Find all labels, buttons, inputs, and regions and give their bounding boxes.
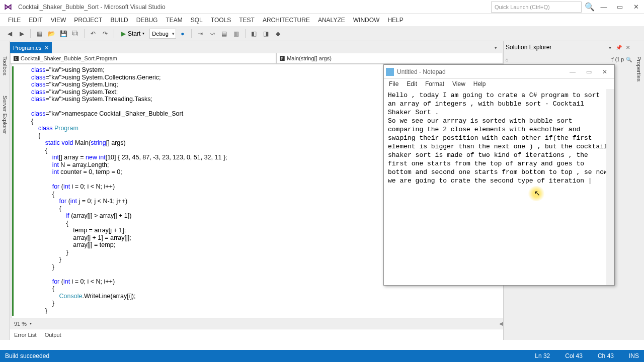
menu-build[interactable]: BUILD (106, 15, 132, 26)
notepad-icon (386, 68, 394, 76)
notepad-menu-view[interactable]: View (449, 80, 468, 87)
step-icon[interactable]: ⇥ (195, 28, 206, 39)
menu-view[interactable]: VIEW (47, 15, 70, 26)
window-title: Cocktail_Shaker_Bubble_Sort - Microsoft … (16, 4, 491, 11)
notepad-menu-format[interactable]: Format (422, 80, 447, 87)
pin-icon[interactable]: 📌 (615, 45, 623, 50)
menu-bar: FILEEDITVIEWPROJECTBUILDDEBUGTEAMSQLTOOL… (0, 14, 644, 26)
menu-architecture[interactable]: ARCHITECTURE (259, 15, 314, 26)
search-icon[interactable]: 🔍 (626, 57, 632, 62)
notepad-menu-file[interactable]: File (386, 80, 401, 87)
home-icon[interactable]: ⌂ (506, 57, 509, 62)
open-icon[interactable]: 📂 (46, 28, 57, 39)
menu-analyze[interactable]: ANALYZE (314, 15, 349, 26)
close-tab-icon[interactable]: ✕ (44, 45, 49, 51)
save-all-icon[interactable]: ⿻ (70, 28, 81, 39)
bottom-panel-tabs: Error List Output (10, 329, 503, 340)
menu-project[interactable]: PROJECT (70, 15, 106, 26)
member-navigator[interactable]: 🅼Main(string[] args) (276, 53, 503, 64)
minimize-button[interactable]: — (596, 0, 612, 14)
notepad-menu: FileEditFormatViewHelp (384, 79, 614, 89)
undo-icon[interactable]: ↶ (88, 28, 99, 39)
notepad-minimize[interactable]: — (565, 66, 580, 77)
menu-window[interactable]: WINDOW (349, 15, 384, 26)
bookmark-icon[interactable]: ◆ (273, 28, 284, 39)
menu-tools[interactable]: TOOLS (207, 15, 235, 26)
menu-sql[interactable]: SQL (187, 15, 207, 26)
status-message: Build succeeded (5, 352, 49, 359)
browser-icon[interactable]: ● (177, 28, 188, 39)
forward-icon[interactable]: ▶ (16, 28, 27, 39)
menu-help[interactable]: HELP (383, 15, 407, 26)
editor-footer: 91 %▾ ◀ (10, 318, 503, 329)
config-dropdown[interactable]: Debug (149, 29, 176, 39)
status-ins: INS (629, 352, 639, 359)
properties-tab[interactable]: Properties (636, 56, 642, 81)
type-navigator[interactable]: 🅲Cocktail_Shaker_Bubble_Sort.Program (10, 53, 276, 64)
menu-debug[interactable]: DEBUG (132, 15, 162, 26)
redo-icon[interactable]: ↷ (100, 28, 111, 39)
menu-file[interactable]: FILE (4, 15, 25, 26)
quick-launch-input[interactable]: Quick Launch (Ctrl+Q) (491, 2, 582, 13)
menu-test[interactable]: TEST (235, 15, 259, 26)
close-button[interactable]: ✕ (628, 0, 644, 14)
title-bar: ⋈ Cocktail_Shaker_Bubble_Sort - Microsof… (0, 0, 644, 14)
notepad-menu-edit[interactable]: Edit (404, 80, 420, 87)
zoom-level[interactable]: 91 % (14, 321, 27, 327)
maximize-button[interactable]: ▭ (612, 0, 628, 14)
uncomment-icon[interactable]: ◨ (261, 28, 272, 39)
indent-icon[interactable]: ▤ (219, 28, 230, 39)
status-line: Ln 32 (535, 352, 550, 359)
step-over-icon[interactable]: ⤻ (207, 28, 218, 39)
notepad-title: Untitled - Notepad (397, 68, 565, 75)
server-explorer-tab[interactable]: Server Explorer (2, 96, 8, 134)
notepad-close[interactable]: ✕ (597, 66, 612, 77)
toolbar: ◀ ▶ ▦ 📂 💾 ⿻ ↶ ↷ ▶Start▾ Debug ● ⇥ ⤻ ▤ ▥ … (0, 26, 644, 41)
notepad-maximize[interactable]: ▭ (581, 66, 596, 77)
notepad-title-bar[interactable]: Untitled - Notepad — ▭ ✕ (384, 65, 614, 79)
comment-icon[interactable]: ◧ (249, 28, 260, 39)
left-tool-tabs: Toolbox Server Explorer (0, 41, 10, 340)
notepad-menu-help[interactable]: Help (470, 80, 489, 87)
status-ch: Ch 43 (598, 352, 614, 359)
right-tool-tabs: Properties (634, 41, 644, 340)
tab-dropdown-icon[interactable]: ▾ (490, 42, 501, 53)
notepad-scrollbar[interactable] (606, 89, 614, 285)
file-tab-strip: Program.cs✕ ▾ (10, 41, 503, 53)
error-list-tab[interactable]: Error List (14, 332, 37, 338)
file-tab-program[interactable]: Program.cs✕ (10, 42, 52, 53)
search-icon[interactable]: 🔍 (584, 2, 596, 12)
notepad-text-area[interactable]: Hello , today I am going to crate a C# p… (384, 89, 614, 285)
status-col: Col 43 (565, 352, 583, 359)
start-debug-button[interactable]: ▶Start▾ (117, 28, 148, 39)
dropdown-icon[interactable]: ▾ (606, 45, 614, 50)
close-panel-icon[interactable]: ✕ (624, 45, 632, 50)
search-hint: t' (1 p (611, 57, 624, 62)
vs-logo-icon: ⋈ (0, 0, 16, 14)
save-icon[interactable]: 💾 (58, 28, 69, 39)
notepad-window[interactable]: Untitled - Notepad — ▭ ✕ FileEditFormatV… (383, 64, 615, 286)
menu-team[interactable]: TEAM (162, 15, 186, 26)
menu-edit[interactable]: EDIT (25, 15, 46, 26)
status-bar: Build succeeded Ln 32 Col 43 Ch 43 INS (0, 350, 644, 362)
back-icon[interactable]: ◀ (4, 28, 15, 39)
output-tab[interactable]: Output (45, 332, 61, 338)
solution-explorer-title: Solution Explorer (506, 44, 551, 51)
toolbox-tab[interactable]: Toolbox (2, 56, 8, 75)
outdent-icon[interactable]: ▥ (231, 28, 242, 39)
new-project-icon[interactable]: ▦ (34, 28, 45, 39)
